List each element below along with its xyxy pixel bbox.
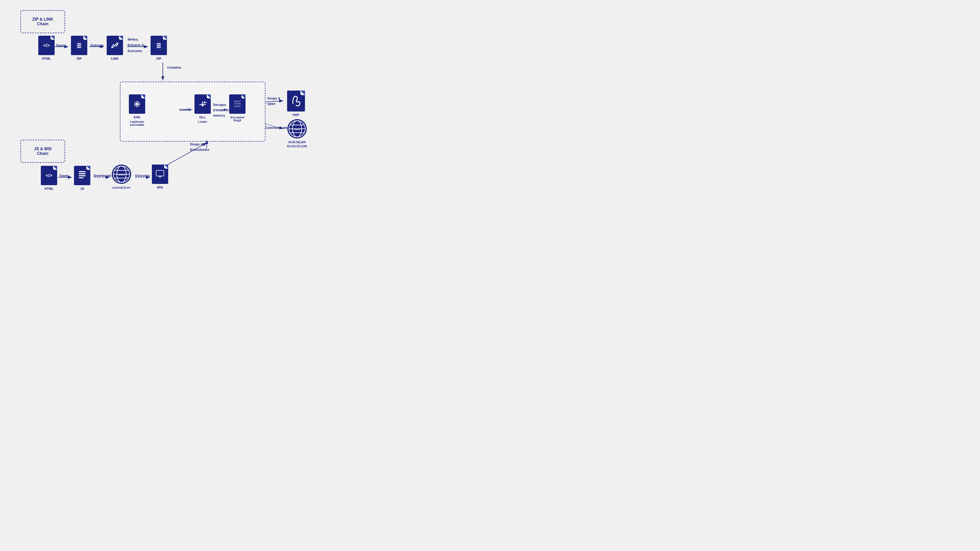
saves-arrow-label-2: Saves <box>59 173 69 178</box>
zip-file-1: ZIP <box>71 36 87 60</box>
js-icon <box>78 171 86 180</box>
svg-rect-41 <box>79 175 86 176</box>
drops-open-label: Drops &open <box>267 96 280 106</box>
svg-rect-42 <box>79 177 83 178</box>
dll-label: DLL <box>199 115 206 119</box>
zip-file-2: ZIP <box>151 36 167 60</box>
msi-file-shape <box>152 165 168 184</box>
exe-icon <box>132 100 142 109</box>
msi-file: MSI <box>152 165 168 189</box>
executes-label: Executes <box>135 173 150 178</box>
dll-file-shape <box>194 94 211 114</box>
html-icon-2: </> <box>46 173 52 178</box>
msi-label: MSI <box>157 186 163 189</box>
zip-link-chain-box: ZIP & LINK Chain <box>21 10 65 33</box>
www-globe-right: www 45.90.58[.]69/ 62.233.57[.]136 <box>287 119 307 148</box>
decrypts-label: Decrypts & Loads in memory <box>213 102 229 118</box>
svg-rect-32 <box>206 102 207 103</box>
html-file-1: </> HTML <box>38 36 55 60</box>
pdf-file: PDF <box>287 91 305 117</box>
pdf-icon <box>291 95 301 107</box>
svg-rect-26 <box>202 102 203 103</box>
js-label: JS <box>80 187 84 191</box>
saves-arrow-label-1: Saves <box>56 43 66 48</box>
zip-label-1: ZIP <box>76 57 82 60</box>
downloads-label: Downloads <box>94 173 111 178</box>
svg-rect-17 <box>137 101 138 103</box>
encrypted-plugx: 01DCA77614692D6CBA EncryptedPlugX <box>229 94 245 122</box>
contains-label: Contains <box>167 65 181 70</box>
www-globe-bottom: www jcswcd[.]com <box>112 165 131 189</box>
exe-file: EXE Legitimate executable <box>129 94 145 126</box>
www-globe-shape-bottom: www <box>112 165 131 184</box>
zip-file-shape-1 <box>71 36 87 55</box>
svg-rect-39 <box>79 171 86 172</box>
jcswcd-label: jcswcd[.]com <box>113 186 130 189</box>
svg-rect-27 <box>202 105 203 106</box>
pdf-icon-shape <box>287 91 305 111</box>
svg-text:www: www <box>118 173 124 176</box>
html-label-2: HTML <box>45 187 54 191</box>
exe-label: EXE <box>134 115 140 119</box>
exe-file-shape <box>129 94 145 114</box>
www-globe-icon-bottom: www <box>113 165 130 183</box>
encrypted-block-shape: 01DCA77614692D6CBA <box>229 94 245 114</box>
zip-icon-1 <box>77 43 81 48</box>
loads-label: Loads <box>180 107 189 112</box>
svg-rect-29 <box>204 104 206 105</box>
svg-rect-28 <box>200 104 201 105</box>
svg-rect-24 <box>135 105 136 106</box>
zip-label-2: ZIP <box>156 57 161 60</box>
svg-point-51 <box>160 176 161 177</box>
dll-sublabel: Loader <box>198 120 207 123</box>
zip-icon-2 <box>157 43 161 48</box>
www-globe-icon-right: www <box>288 120 306 138</box>
html-file-shape-1: </> <box>38 36 55 55</box>
svg-rect-19 <box>134 103 135 105</box>
link-icon <box>111 41 119 49</box>
zip-file-shape-2 <box>151 36 167 55</box>
js-msi-chain-label: JS & MSI Chain <box>34 147 51 156</box>
js-msi-chain-box: JS & MSI Chain <box>21 140 65 163</box>
svg-text:www: www <box>294 128 300 130</box>
communicates-label: Communicates <box>266 125 289 130</box>
html-file-shape-2: </> <box>41 166 57 185</box>
svg-rect-40 <box>79 173 86 174</box>
drops-executes-label: Drops &Executestes <box>190 141 210 152</box>
svg-rect-31 <box>204 101 205 102</box>
www-globe-shape-right: www <box>287 119 307 138</box>
writes-arrow-label: Writes, Extracts & Executes <box>127 37 144 54</box>
plugx-label: EncryptedPlugX <box>231 116 244 122</box>
js-file: JS <box>74 166 90 191</box>
exe-sublabel: Legitimate executable <box>130 120 145 126</box>
link-file: LINK <box>107 36 123 60</box>
link-label: LINK <box>111 57 119 60</box>
dll-icon <box>198 100 207 109</box>
svg-rect-22 <box>138 105 140 106</box>
ip-label-1: 45.90.58[.]69/ <box>288 141 306 144</box>
svg-rect-21 <box>135 102 136 103</box>
pdf-label: PDF <box>293 113 299 117</box>
svg-rect-49 <box>156 170 164 176</box>
html-icon-1: </> <box>43 43 50 48</box>
msi-icon <box>156 169 164 179</box>
ip-label-2: 62.233.57[.]136 <box>287 144 307 148</box>
js-file-shape <box>74 166 90 185</box>
svg-point-16 <box>136 103 138 105</box>
html-file-2: </> HTML <box>41 166 57 191</box>
enc-text: 01DCA77614692D6CBA <box>234 100 240 107</box>
svg-rect-23 <box>138 102 140 103</box>
extracts-arrow-label: Extracts <box>91 43 103 48</box>
svg-rect-20 <box>138 103 140 105</box>
zip-link-chain-label: ZIP & LINK Chain <box>32 17 53 26</box>
html-label-1: HTML <box>42 57 51 60</box>
svg-rect-18 <box>137 106 138 107</box>
link-file-shape <box>107 36 123 55</box>
dll-file: DLL Loader <box>194 94 211 123</box>
